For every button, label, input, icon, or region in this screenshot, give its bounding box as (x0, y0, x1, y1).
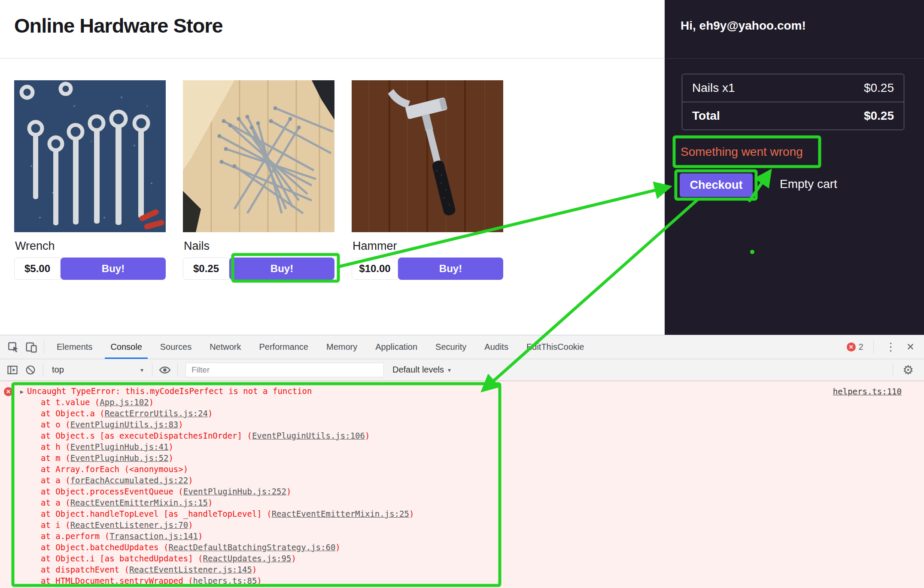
stack-frame-close: ) (257, 576, 261, 585)
cart-total-label: Total (692, 109, 720, 123)
cart-summary: Nails x1 $0.25 Total $0.25 (682, 74, 904, 130)
close-devtools-icon[interactable]: ✕ (905, 341, 916, 353)
console-source-link[interactable]: helpers.ts:110 (833, 386, 902, 397)
checkout-button[interactable]: Checkout (680, 173, 753, 197)
devtools-tab[interactable]: Console (101, 335, 151, 359)
stack-frame-close: ) (168, 442, 173, 452)
inspect-element-icon[interactable] (4, 339, 22, 356)
cart-item-row: Nails x1 $0.25 (682, 74, 904, 102)
stack-frame-link[interactable]: ReactDefaultBatchingStrategy.js:60 (168, 543, 335, 552)
divider (177, 363, 178, 377)
divider (44, 340, 44, 354)
stack-frame-close: ) (208, 409, 213, 418)
stack-frame-link[interactable]: ReactEventEmitterMixin.js:25 (272, 509, 409, 518)
stack-frame-close: ) (149, 397, 154, 407)
stack-frame-link[interactable]: App.js:102 (100, 397, 149, 407)
stack-frame-text: at Object.handleTopLevel [as _handleTopL… (41, 509, 272, 518)
buy-button[interactable]: Buy! (398, 258, 503, 280)
chevron-down-icon: ▾ (140, 367, 143, 373)
stack-frame-link[interactable]: EventPluginUtils.js:106 (252, 431, 365, 440)
cart-sidebar: Hi, eh9y@yahoo.com! Nails x1 $0.25 Total… (665, 0, 924, 335)
settings-gear-icon[interactable]: ⚙ (897, 363, 921, 377)
stack-frame-text: at Object.a ( (41, 409, 105, 418)
stack-trace: at t.value (App.js:102) at Object.a (Rea… (0, 397, 924, 586)
console-filter-input[interactable] (185, 363, 384, 377)
device-toolbar-icon[interactable] (22, 339, 40, 356)
stack-frame-close: ) (208, 498, 213, 507)
devtools-tab[interactable]: Audits (475, 335, 517, 359)
stack-frame-close: ) (168, 453, 173, 463)
stack-frame-link[interactable]: EventPluginHub.js:52 (70, 453, 169, 463)
console-context-value: top (52, 365, 64, 375)
stack-frame: at a (ReactEventEmitterMixin.js:15) (0, 497, 924, 508)
console-levels-select[interactable]: Default levels ▾ (388, 365, 455, 375)
devtools-tab[interactable]: EditThisCookie (517, 335, 593, 359)
stack-frame-link[interactable]: EventPluginHub.js:252 (183, 487, 286, 496)
stack-frame-text: at HTMLDocument.sentryWrapped ( (41, 576, 193, 585)
expander-triangle-icon[interactable]: ▶ (20, 386, 24, 397)
error-count: 2 (859, 342, 863, 352)
stack-frame-close: ) (188, 476, 193, 485)
stack-frame-close: ) (365, 431, 370, 440)
user-greeting: Hi, eh9y@yahoo.com! (665, 0, 924, 33)
error-badge[interactable]: ✕ 2 (847, 342, 863, 352)
stack-frame-link[interactable]: ReactEventListener.js:70 (70, 520, 188, 530)
divider (873, 340, 874, 354)
divider (152, 363, 152, 377)
console-sidebar-toggle-icon[interactable] (3, 361, 21, 379)
devtools-tab[interactable]: Sources (151, 335, 201, 359)
stack-frame-link[interactable]: EventPluginUtils.js:83 (70, 420, 179, 429)
devtools-tab[interactable]: Performance (250, 335, 318, 359)
stack-frame-link[interactable]: ReactUpdates.js:95 (203, 554, 292, 563)
stack-frame-close: ) (252, 565, 257, 574)
stack-frame-link[interactable]: ReactErrorUtils.js:24 (105, 409, 208, 418)
product-price: $10.00 (352, 258, 398, 280)
error-badge-icon: ✕ (847, 342, 856, 352)
buy-row: $0.25 Buy! (183, 258, 334, 280)
live-expression-eye-icon[interactable] (156, 361, 174, 379)
stack-frame: at Array.forEach (<anonymous>) (0, 464, 924, 475)
stack-frame-close: ) (335, 543, 340, 552)
more-options-icon[interactable]: ⋮ (884, 340, 898, 354)
product-card: Nails $0.25 Buy! (183, 80, 334, 280)
nails-photo (183, 80, 334, 232)
stack-frame: at a.perform (Transaction.js:141) (0, 530, 924, 542)
stack-frame-close: ) (291, 554, 296, 563)
devtools-tab[interactable]: Network (201, 335, 250, 359)
stack-frame-link[interactable]: Transaction.js:141 (109, 531, 198, 541)
stack-frame: at Object.i [as batchedUpdates] (ReactUp… (0, 553, 924, 564)
empty-cart-button[interactable]: Empty cart (777, 177, 840, 191)
devtools-tab[interactable]: Elements (48, 335, 101, 359)
clear-console-icon[interactable] (21, 361, 40, 379)
stack-frame-text: at Array.forEach (<anonymous>) (41, 464, 188, 474)
store-header: Online Hardware Store (0, 0, 665, 59)
product-image (352, 80, 503, 232)
divider (43, 363, 43, 377)
product-image (183, 80, 334, 232)
stack-frame-text: at m ( (41, 453, 70, 463)
stack-frame: at Object.processEventQueue (EventPlugin… (0, 486, 924, 497)
console-error-entry: ✕ ▶ Uncaught TypeError: this.myCodeIsPer… (0, 382, 924, 588)
stack-frame: at i (ReactEventListener.js:70) (0, 519, 924, 530)
buy-button[interactable]: Buy! (229, 258, 334, 280)
stack-frame: at Object.handleTopLevel [as _handleTopL… (0, 508, 924, 519)
chevron-down-icon: ▾ (448, 367, 451, 373)
devtools-tab[interactable]: Application (366, 335, 426, 359)
stack-frame-text: at Object.s [as executeDispatchesInOrder… (41, 431, 252, 440)
stack-frame-link[interactable]: EventPluginHub.js:41 (70, 442, 169, 452)
cart-error-message: Something went wrong (681, 145, 803, 159)
buy-button[interactable]: Buy! (61, 258, 166, 280)
stack-frame-link[interactable]: ReactEventEmitterMixin.js:15 (70, 498, 208, 507)
devtools-tab[interactable]: Security (426, 335, 475, 359)
stack-frame-text: at Object.processEventQueue ( (41, 487, 183, 496)
console-context-select[interactable]: top ▾ (47, 362, 149, 378)
error-level-icon: ✕ (4, 387, 13, 396)
devtools-tab[interactable]: Memory (317, 335, 366, 359)
stack-frame-link[interactable]: helpers.ts:85 (193, 576, 257, 585)
stack-frame-link[interactable]: ReactEventListener.js:145 (129, 565, 252, 574)
cart-total-value: $0.25 (864, 109, 894, 123)
product-image (14, 80, 166, 232)
hammer-photo (352, 80, 503, 232)
stack-frame-link[interactable]: forEachAccumulated.js:22 (70, 476, 188, 485)
stack-frame: at o (EventPluginUtils.js:83) (0, 419, 924, 430)
